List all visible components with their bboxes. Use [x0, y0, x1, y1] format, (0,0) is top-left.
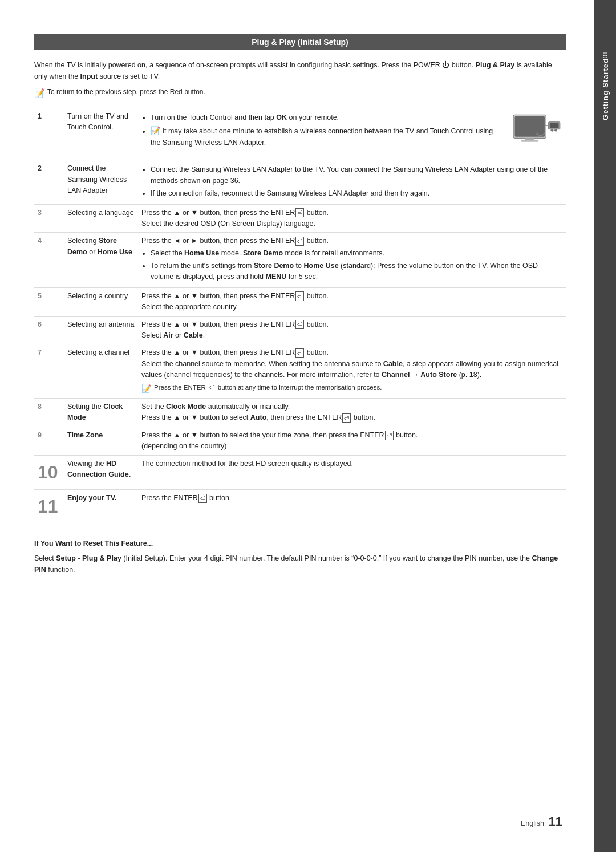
step-8-num: 8: [34, 399, 64, 427]
step-1-label: Turn on the TV and Touch Control.: [64, 108, 138, 160]
step-4-desc: Press the ◄ or ► button, then press the …: [138, 233, 566, 288]
step-7-label: Selecting a channel: [64, 344, 138, 399]
page-wrapper: Plug & Play (Initial Setup) When the TV …: [0, 0, 616, 852]
step-5-num: 5: [34, 287, 64, 316]
step-6-num: 6: [34, 316, 64, 344]
section-title: Plug & Play (Initial Setup): [34, 34, 566, 50]
step-10-row: 10 Viewing the HD Connection Guide. The …: [34, 455, 566, 490]
step-6-row: 6 Selecting an antenna Press the ▲ or ▼ …: [34, 316, 566, 344]
step-10-num: 10: [34, 455, 64, 490]
footer-page: 11: [549, 814, 562, 829]
step-11-label: Enjoy your TV.: [64, 490, 138, 524]
step-8-desc: Set the Clock Mode automatically or manu…: [138, 399, 566, 427]
step-7-desc: Press the ▲ or ▼ button, then press the …: [138, 344, 566, 399]
step-6-desc: Press the ▲ or ▼ button, then press the …: [138, 316, 566, 344]
note-previous: 📝 To return to the previous step, press …: [34, 88, 566, 98]
side-tab-number: 01: [602, 51, 609, 58]
reset-body: Select Setup - Plug & Play (Initial Setu…: [34, 553, 566, 575]
intro-text: When the TV is initially powered on, a s…: [34, 59, 566, 82]
step-2-row: 2 Connect theSamsung WirelessLAN Adapter…: [34, 160, 566, 204]
svg-rect-2: [525, 138, 534, 140]
step-3-label: Selecting a language: [64, 204, 138, 233]
step-1-desc: Turn on the Touch Control and then tap O…: [138, 108, 566, 160]
step-8-row: 8 Setting the Clock Mode Set the Clock M…: [34, 399, 566, 427]
reset-title: If You Want to Reset This Feature...: [34, 538, 566, 549]
step-6-label: Selecting an antenna: [64, 316, 138, 344]
side-tab-label: Getting Started: [601, 58, 610, 120]
step-2-label: Connect theSamsung WirelessLAN Adapter: [64, 160, 138, 204]
steps-table: 1 Turn on the TV and Touch Control.: [34, 108, 566, 524]
step-3-num: 3: [34, 204, 64, 233]
step-2-desc: Connect the Samsung Wireless LAN Adapter…: [138, 160, 566, 204]
step-5-label: Selecting a country: [64, 287, 138, 316]
step-4-label: Selecting Store Demo or Home Use: [64, 233, 138, 288]
svg-rect-5: [550, 123, 559, 128]
tv-image: [511, 111, 562, 155]
step-5-row: 5 Selecting a country Press the ▲ or ▼ b…: [34, 287, 566, 316]
step-1-num: 1: [34, 108, 64, 160]
svg-point-8: [554, 129, 557, 132]
svg-rect-3: [521, 140, 538, 142]
step-9-num: 9: [34, 427, 64, 455]
step-11-num: 11: [34, 490, 64, 524]
svg-point-7: [551, 129, 554, 132]
main-content: Plug & Play (Initial Setup) When the TV …: [0, 0, 594, 852]
step-4-num: 4: [34, 233, 64, 288]
step-7-num: 7: [34, 344, 64, 399]
step-7-row: 7 Selecting a channel Press the ▲ or ▼ b…: [34, 344, 566, 399]
note-icon: 📝: [34, 88, 45, 98]
step-5-desc: Press the ▲ or ▼ button, then press the …: [138, 287, 566, 316]
svg-rect-1: [515, 116, 545, 137]
step-1-row: 1 Turn on the TV and Touch Control.: [34, 108, 566, 160]
step-10-label: Viewing the HD Connection Guide.: [64, 455, 138, 490]
reset-section: If You Want to Reset This Feature... Sel…: [34, 538, 566, 575]
step-2-num: 2: [34, 160, 64, 204]
step-4-row: 4 Selecting Store Demo or Home Use Press…: [34, 233, 566, 288]
step-11-desc: Press the ENTER⏎ button.: [138, 490, 566, 524]
side-tab: 01 Getting Started: [594, 0, 616, 852]
step-10-desc: The connection method for the best HD sc…: [138, 455, 566, 490]
step-1-bullets: Turn on the Touch Control and then tap O…: [151, 112, 562, 148]
page-footer: English 11: [521, 814, 562, 829]
step-7-note: 📝 Press the ENTER⏎ button at any time to…: [141, 383, 562, 395]
step-3-desc: Press the ▲ or ▼ button, then press the …: [138, 204, 566, 233]
step-8-label: Setting the Clock Mode: [64, 399, 138, 427]
step-9-desc: Press the ▲ or ▼ button to select the yo…: [138, 427, 566, 455]
step-9-label: Time Zone: [64, 427, 138, 455]
step-3-row: 3 Selecting a language Press the ▲ or ▼ …: [34, 204, 566, 233]
footer-lang: English: [521, 819, 544, 827]
step-11-row: 11 Enjoy your TV. Press the ENTER⏎ butto…: [34, 490, 566, 524]
step-9-row: 9 Time Zone Press the ▲ or ▼ button to s…: [34, 427, 566, 455]
